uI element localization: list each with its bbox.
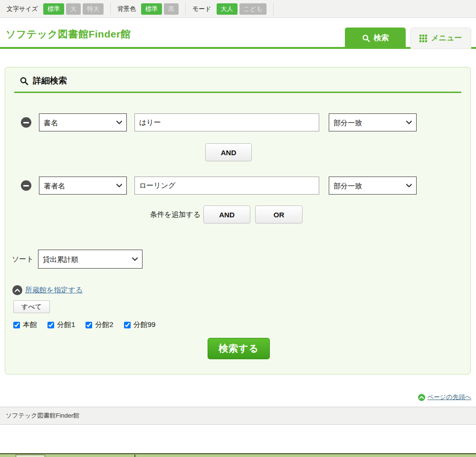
minus-icon	[23, 185, 29, 187]
page-top-link[interactable]: ページの先頭へ	[428, 393, 471, 401]
tab-menu[interactable]: メニュー	[410, 28, 471, 49]
match-select-1[interactable]: 部分一致	[329, 113, 417, 131]
holding-library-toggle: 所蔵館を指定する	[12, 285, 83, 295]
mode-kids-button[interactable]: こども	[239, 3, 267, 15]
font-size-group: 文字サイズ 標準 大 特大	[0, 3, 111, 15]
font-size-large-button[interactable]: 大	[66, 3, 81, 15]
font-size-xlarge-button[interactable]: 特大	[83, 3, 104, 15]
panel-title: 詳細検索	[19, 75, 67, 86]
accessibility-toolbar: 文字サイズ 標準 大 特大 背景色 標準 黒 モード 大人 こども	[0, 0, 476, 18]
checkbox-label: 分館2	[95, 320, 113, 329]
library-checkbox-row: 本館 分館1 分館2 分館99	[13, 320, 155, 329]
match-select-1-wrap: 部分一致	[329, 113, 417, 131]
checkbox-label: 本館	[23, 320, 37, 329]
bg-color-label: 背景色	[117, 5, 136, 13]
mode-label: モード	[192, 5, 211, 13]
sort-select-wrap: 貸出累計順	[38, 250, 143, 269]
tab-menu-label: メニュー	[431, 33, 462, 43]
keyword-input-1[interactable]	[134, 113, 319, 131]
mode-adult-button[interactable]: 大人	[217, 3, 238, 15]
checkbox-bunkan2[interactable]	[86, 322, 92, 328]
checkbox-bunkan1[interactable]	[48, 322, 54, 328]
sort-select[interactable]: 貸出累計順	[38, 250, 143, 269]
magnifier-icon	[19, 76, 29, 85]
bottom-edge-strip	[0, 453, 476, 457]
detailed-search-panel: 詳細検索 書名 部分一致 AND 著者名 部分一致 条件を追加する AND	[5, 67, 471, 374]
mode-group: モード 大人 こども	[186, 3, 274, 15]
remove-condition-1-button[interactable]	[21, 117, 31, 128]
field-select-1-wrap: 書名	[39, 113, 127, 131]
sort-label: ソート	[12, 250, 34, 269]
chevron-up-circle-icon[interactable]	[12, 285, 22, 295]
bg-color-standard-button[interactable]: 標準	[141, 3, 162, 15]
page: 文字サイズ 標準 大 特大 背景色 標準 黒 モード 大人 こども ソフテック図…	[0, 0, 476, 457]
search-icon	[362, 34, 370, 42]
select-all-libraries-button[interactable]: すべて	[13, 300, 50, 313]
title-underline	[14, 92, 461, 93]
library-checkbox-bunkan2[interactable]: 分館2	[86, 320, 113, 329]
page-top-arrow-icon	[418, 394, 425, 401]
search-submit-button[interactable]: 検索する	[208, 338, 270, 359]
field-select-2-wrap: 著者名	[39, 177, 127, 195]
field-select-1[interactable]: 書名	[39, 113, 127, 131]
minus-icon	[23, 122, 29, 123]
library-checkbox-bunkan1[interactable]: 分館1	[48, 320, 75, 329]
site-title[interactable]: ソフテック図書館Finder館	[6, 28, 131, 41]
connector-and-button[interactable]: AND	[205, 143, 252, 161]
remove-condition-2-button[interactable]	[21, 180, 31, 191]
footer-site-name: ソフテック図書館Finder館	[6, 411, 79, 420]
add-and-button[interactable]: AND	[203, 205, 250, 224]
bg-color-group: 背景色 標準 黒	[111, 3, 186, 15]
site-header: ソフテック図書館Finder館 検索 メニュー	[0, 18, 476, 49]
match-select-2[interactable]: 部分一致	[329, 177, 417, 195]
specify-library-link[interactable]: 所蔵館を指定する	[25, 286, 83, 295]
library-checkbox-bunkan99[interactable]: 分館99	[124, 320, 156, 329]
header-tabs: 検索 メニュー	[345, 28, 471, 49]
library-checkbox-honkan[interactable]: 本館	[13, 320, 37, 329]
footer: ソフテック図書館Finder館	[0, 407, 476, 425]
page-top: ページの先頭へ	[418, 393, 471, 401]
tab-search[interactable]: 検索	[345, 28, 406, 49]
bg-color-black-button[interactable]: 黒	[164, 3, 179, 15]
checkbox-label: 分館1	[57, 320, 75, 329]
checkbox-label: 分館99	[133, 320, 156, 329]
checkbox-honkan[interactable]	[13, 322, 20, 328]
bottom-strip-box	[16, 455, 45, 457]
add-condition-label: 条件を追加する	[150, 205, 200, 224]
font-size-standard-button[interactable]: 標準	[43, 3, 64, 15]
menu-grid-icon	[419, 35, 427, 42]
tab-search-label: 検索	[374, 33, 389, 43]
bottom-strip-divider	[134, 455, 135, 457]
match-select-2-wrap: 部分一致	[329, 177, 417, 195]
checkbox-bunkan99[interactable]	[124, 322, 131, 328]
field-select-2[interactable]: 著者名	[39, 177, 127, 195]
add-or-button[interactable]: OR	[255, 205, 303, 224]
keyword-input-2[interactable]	[134, 177, 319, 195]
font-size-label: 文字サイズ	[7, 5, 38, 13]
panel-title-text: 詳細検索	[33, 75, 67, 86]
